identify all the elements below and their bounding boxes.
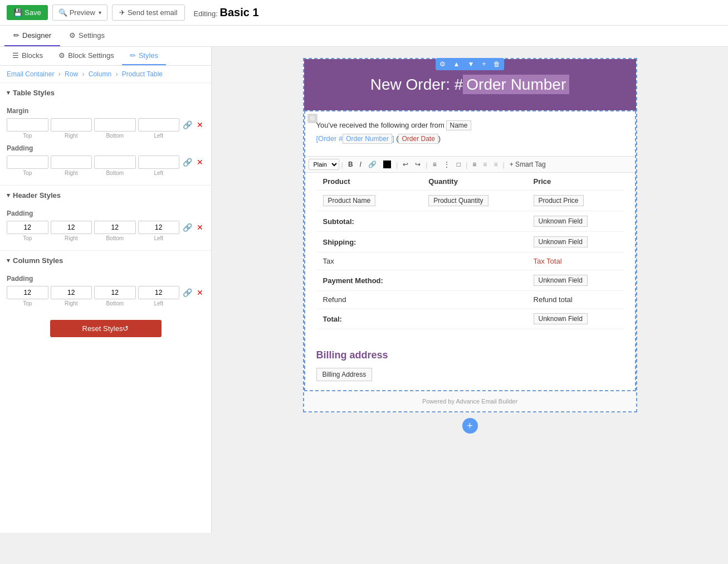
block-move-down-btn[interactable]: ▼	[463, 58, 478, 70]
column-top-input[interactable]	[7, 286, 48, 299]
order-date-tag[interactable]: Order Date	[398, 134, 438, 144]
breadcrumb: Email Container › Row › Column › Product…	[0, 66, 211, 83]
preview-button[interactable]: 🔍 Preview ▾	[52, 4, 108, 21]
header-right-input[interactable]	[51, 221, 92, 234]
product-qty-tag[interactable]: Product Quantity	[428, 195, 488, 206]
rte-redo-btn[interactable]: ↪	[412, 159, 423, 169]
product-name-tag[interactable]: Product Name	[323, 195, 376, 206]
block-delete-btn[interactable]: 🗑	[490, 58, 504, 70]
header-right-label: Right	[65, 235, 77, 241]
order-link[interactable]: [Order #Order Number]	[316, 134, 397, 143]
rte-color-btn[interactable]	[380, 159, 394, 170]
block-gear-icon[interactable]: ⚙	[307, 114, 317, 123]
billing-address-tag[interactable]: Billing Address	[316, 368, 373, 381]
rte-blockquote-btn[interactable]: □	[454, 159, 463, 169]
breadcrumb-row[interactable]: Row	[65, 70, 78, 78]
product-price-tag[interactable]: Product Price	[534, 195, 584, 206]
margin-right-input[interactable]	[51, 118, 92, 132]
margin-bottom-input[interactable]	[94, 118, 136, 132]
sub-tab-styles[interactable]: ✏ Styles	[122, 47, 166, 65]
column-bottom-input[interactable]	[94, 286, 136, 299]
send-icon: ✈	[119, 8, 125, 17]
padding-bottom-input[interactable]	[94, 155, 136, 169]
add-block-button[interactable]: +	[462, 418, 478, 434]
header-link-button[interactable]: 🔗	[182, 222, 193, 233]
email-body-block: ⚙ You've received the following order fr…	[304, 110, 636, 391]
padding-link-button[interactable]: 🔗	[182, 157, 193, 168]
tax-value[interactable]: Tax Total	[534, 257, 562, 265]
margin-link-button[interactable]: 🔗	[182, 119, 193, 130]
rte-ul-btn[interactable]: ≡	[430, 159, 439, 169]
padding-top-label: Top	[23, 170, 32, 176]
rte-italic-btn[interactable]: I	[357, 159, 364, 169]
total-label-cell: Total:	[316, 309, 422, 329]
header-bottom-input[interactable]	[94, 221, 136, 234]
send-test-button[interactable]: ✈ Send test email	[112, 4, 185, 21]
sub-tab-block-settings[interactable]: ⚙ Block Settings	[51, 47, 121, 65]
margin-left-input[interactable]	[138, 118, 180, 132]
margin-top-input[interactable]	[7, 118, 48, 132]
rte-bold-btn[interactable]: B	[345, 159, 356, 169]
margin-clear-button[interactable]: ✕	[196, 119, 204, 130]
header-clear-button[interactable]: ✕	[196, 222, 204, 233]
billing-address-box: Billing Address	[316, 368, 624, 381]
header-top-input[interactable]	[7, 221, 48, 234]
tab-settings[interactable]: ⚙ Settings	[60, 26, 114, 46]
blocks-icon: ☰	[12, 51, 19, 60]
header-styles-header[interactable]: Header Styles	[0, 186, 211, 205]
payment-value-tag[interactable]: Unknown Field	[534, 275, 588, 286]
chevron-down-icon: ▾	[99, 9, 101, 16]
rte-ol-btn[interactable]: ⋮	[441, 159, 453, 169]
breadcrumb-email-container[interactable]: Email Container	[7, 70, 54, 78]
total-value-tag[interactable]: Unknown Field	[534, 313, 588, 324]
block-move-up-btn[interactable]: ▲	[449, 58, 464, 70]
column-left-input[interactable]	[138, 286, 180, 299]
rte-align-right-btn[interactable]: ≡	[491, 159, 500, 169]
rte-link-btn[interactable]: 🔗	[365, 159, 379, 169]
shipping-value-tag[interactable]: Unknown Field	[534, 236, 588, 247]
padding-clear-button[interactable]: ✕	[196, 157, 204, 168]
table-row: Shipping: Unknown Field	[316, 232, 624, 252]
subtotal-value-tag[interactable]: Unknown Field	[534, 216, 588, 227]
padding-right-input[interactable]	[51, 155, 92, 169]
sub-tab-blocks[interactable]: ☰ Blocks	[4, 47, 51, 65]
right-panel: New Order: #Order Number ⚙ ▲ ▼ + 🗑 ⚙ You…	[212, 47, 728, 533]
padding-right-group: Right	[51, 155, 92, 176]
column-right-input[interactable]	[51, 286, 92, 299]
padding-left-group: Left	[138, 155, 180, 176]
padding-label: Padding	[7, 144, 204, 152]
total-value-cell: Unknown Field	[527, 309, 624, 329]
column-bottom-label: Bottom	[106, 300, 124, 307]
rte-align-left-btn[interactable]: ≡	[470, 159, 479, 169]
name-tag[interactable]: Name	[446, 120, 471, 130]
rte-format-select[interactable]: Plain	[309, 159, 339, 170]
padding-left-input[interactable]	[138, 155, 180, 169]
product-table: Product Quantity Price Product Name	[316, 173, 624, 329]
save-button[interactable]: 💾 Save	[7, 5, 48, 20]
table-row: Payment Method: Unknown Field	[316, 270, 624, 291]
email-header-title: New Order: #Order Number	[315, 76, 625, 94]
footer-text: Powered by Advance Email Builder	[422, 398, 517, 405]
column-clear-button[interactable]: ✕	[196, 287, 204, 298]
header-padding-row: Top Right Bottom Left 🔗 ✕	[7, 221, 204, 241]
rte-undo-btn[interactable]: ↩	[400, 159, 411, 169]
reset-styles-button[interactable]: Reset Styles↺	[50, 320, 162, 337]
margin-row: Top Right Bottom Left 🔗 ✕	[7, 118, 204, 139]
col-quantity: Quantity	[422, 173, 526, 191]
padding-top-input[interactable]	[7, 155, 48, 169]
header-left-input[interactable]	[138, 221, 180, 234]
margin-bottom-label: Bottom	[106, 133, 124, 139]
tab-designer[interactable]: ✏ Designer	[4, 26, 60, 46]
breadcrumb-product-table[interactable]: Product Table	[122, 70, 163, 78]
block-add-btn[interactable]: +	[478, 58, 490, 70]
block-settings-btn[interactable]: ⚙	[436, 58, 449, 70]
rte-smart-tag-btn[interactable]: + Smart Tag	[507, 159, 549, 169]
column-styles-header[interactable]: Column Styles	[0, 251, 211, 270]
padding-bottom-group: Bottom	[94, 155, 136, 176]
breadcrumb-column[interactable]: Column	[89, 70, 111, 78]
table-styles-header[interactable]: Table Styles	[0, 83, 211, 103]
column-link-button[interactable]: 🔗	[182, 287, 193, 298]
order-number-tag[interactable]: Order Number	[343, 134, 392, 144]
rte-align-center-btn[interactable]: ≡	[480, 159, 490, 169]
margin-label: Margin	[7, 107, 204, 115]
